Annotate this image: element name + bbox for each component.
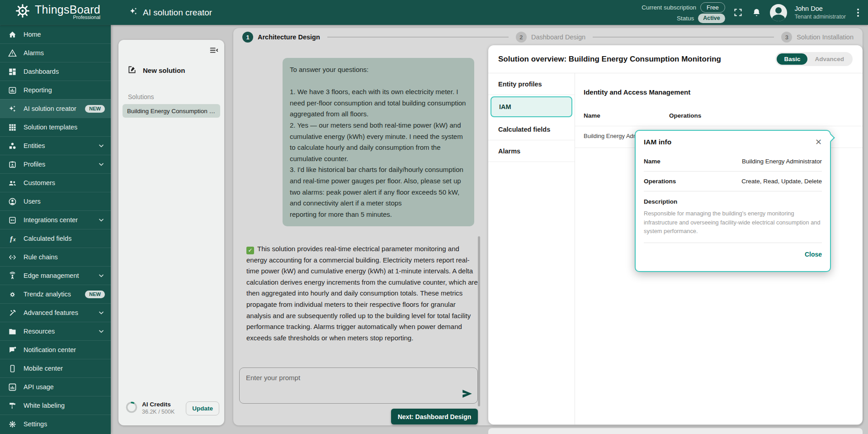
toggle-advanced[interactable]: Advanced (807, 53, 851, 65)
sidebar-item-solution-templates[interactable]: Solution templates (0, 118, 111, 136)
tab-calculated-fields[interactable]: Calculated fields (488, 119, 575, 140)
sidebar-item-alarms[interactable]: Alarms (0, 43, 111, 62)
more-menu-icon[interactable] (854, 7, 863, 19)
collapse-panel-icon[interactable] (209, 45, 219, 57)
step-number: 1 (242, 32, 253, 43)
notifications-bell-icon[interactable] (751, 7, 762, 18)
ai-credits-block: AI Credits 36.2K / 500K Update (125, 396, 219, 420)
credits-progress-ring (125, 401, 138, 415)
sidebar-item-dashboards[interactable]: Dashboards (0, 62, 111, 81)
sidebar-item-label: Users (24, 198, 41, 205)
chevron-down-icon (98, 142, 105, 149)
home-icon (8, 30, 17, 39)
sidebar-item-entities[interactable]: Entities (0, 136, 111, 155)
sidebar-item-home[interactable]: Home (0, 25, 111, 43)
toggle-basic[interactable]: Basic (777, 53, 807, 65)
step-2[interactable]: 2Dashboard Design (516, 32, 585, 43)
step-connector (593, 37, 774, 38)
sidebar-item-users[interactable]: Users (0, 192, 111, 210)
new-solution-button[interactable]: New solution (127, 65, 185, 76)
sidebar-item-calculated-fields[interactable]: ƒxCalculated fields (0, 229, 111, 248)
sidebar-item-customers[interactable]: Customers (0, 173, 111, 192)
solution-list-item[interactable]: Building Energy Consumption … (123, 104, 220, 118)
tab-alarms[interactable]: Alarms (488, 140, 575, 162)
subscription-block: Current subscription Free Status Active (642, 1, 725, 24)
brand-name: ThingsBoard (35, 4, 100, 15)
solutions-panel: New solution Solutions Building Energy C… (118, 40, 224, 425)
sidebar-item-label: Advanced features (24, 309, 78, 316)
user-info[interactable]: John Doe Tenant administrator (795, 5, 846, 21)
subscription-label: Current subscription (642, 3, 696, 12)
sidebar-item-edge-management[interactable]: Edge management (0, 266, 111, 285)
sidebar-item-notification-center[interactable]: Notification center (0, 340, 111, 359)
sidebar-item-label: Rule chains (24, 253, 58, 261)
sidebar-item-mobile-center[interactable]: Mobile center (0, 359, 111, 377)
chevron-down-icon (98, 309, 105, 316)
sidebar-item-settings[interactable]: Settings (0, 415, 111, 433)
sidebar-item-label: Dashboards (24, 68, 59, 75)
sidebar-item-label: Entities (24, 142, 45, 149)
sidebar-item-reporting[interactable]: Reporting (0, 81, 111, 99)
rule-chains-icon (8, 253, 17, 262)
next-step-button[interactable]: Next: Dashboard Design (391, 409, 478, 424)
dashboards-icon (8, 67, 17, 76)
sidebar-item-label: Customers (24, 179, 55, 186)
check-icon: ✓ (246, 247, 254, 254)
overview-title: Solution overview: Building Energy Consu… (498, 55, 721, 64)
chevron-down-icon (98, 272, 105, 279)
sidebar-item-label: Edge management (24, 272, 79, 279)
sidebar-item-resources[interactable]: Resources (0, 322, 111, 340)
fullscreen-icon[interactable] (733, 7, 744, 18)
tab-entity-profiles[interactable]: Entity profiles (488, 73, 575, 95)
popup-close-button[interactable]: Close (644, 251, 822, 258)
step-1[interactable]: 1Architecture Design (242, 32, 320, 43)
basic-advanced-toggle: Basic Advanced (775, 52, 853, 66)
sidebar-item-label: White labeling (24, 402, 65, 409)
user-avatar[interactable] (770, 4, 787, 21)
field-label: Operations (644, 178, 676, 185)
step-connector (327, 37, 509, 38)
sidebar-item-label: Settings (24, 420, 47, 428)
page-title: AI solution creator (128, 0, 212, 25)
overview-tab-list: Entity profilesIAMCalculated fieldsAlarm… (488, 73, 575, 424)
new-badge: NEW (85, 291, 105, 298)
sidebar-item-white-labeling[interactable]: White labeling (0, 396, 111, 415)
subscription-badge[interactable]: Free (700, 2, 725, 13)
send-icon[interactable] (461, 388, 473, 400)
compose-icon (127, 65, 137, 76)
step-number: 2 (516, 32, 527, 43)
sidebar-item-profiles[interactable]: Profiles (0, 155, 111, 173)
sidebar-item-trendz-analytics[interactable]: Trendz analyticsNEW (0, 285, 111, 303)
sidebar-item-ai-solution-creator[interactable]: AI solution creatorNEW (0, 99, 111, 118)
sidebar-item-label: Reporting (24, 86, 52, 94)
credits-usage: 36.2K / 500K (142, 408, 175, 416)
sidebar-item-rule-chains[interactable]: Rule chains (0, 248, 111, 266)
iam-info-popup: IAM info ✕ NameBuilding Energy Administr… (635, 130, 831, 272)
step-3[interactable]: 3Solution Installation (781, 32, 854, 43)
description-text: Responsible for managing the building's … (644, 209, 822, 243)
sidebar-item-label: Notification center (24, 346, 76, 353)
sidebar-item-label: API usage (24, 383, 54, 391)
update-credits-button[interactable]: Update (186, 401, 219, 415)
brand-edition: Professional (35, 14, 100, 20)
integrations-icon (8, 216, 17, 224)
sparkles-icon (128, 6, 138, 19)
notification-icon (8, 346, 17, 354)
close-icon[interactable]: ✕ (815, 138, 822, 146)
templates-icon (8, 123, 17, 132)
sidebar-item-api-usage[interactable]: API usage (0, 377, 111, 396)
prompt-input[interactable] (240, 368, 477, 403)
sidebar-item-advanced-features[interactable]: Advanced features (0, 303, 111, 322)
brand-logo[interactable]: ThingsBoard Professional (14, 3, 100, 21)
chevron-down-icon (98, 216, 105, 224)
chat-scrollbar[interactable] (478, 236, 480, 406)
tab-iam[interactable]: IAM (491, 96, 572, 117)
thingsboard-logo-icon (14, 3, 31, 21)
sidebar-item-integrations-center[interactable]: Integrations center (0, 210, 111, 229)
status-badge: Active (698, 14, 725, 23)
solutions-section-label: Solutions (128, 93, 154, 100)
sidebar-item-label: Mobile center (24, 365, 63, 372)
sidebar-item-label: Solution templates (24, 124, 77, 131)
new-badge: NEW (85, 105, 105, 113)
api-chart-icon (8, 383, 17, 391)
